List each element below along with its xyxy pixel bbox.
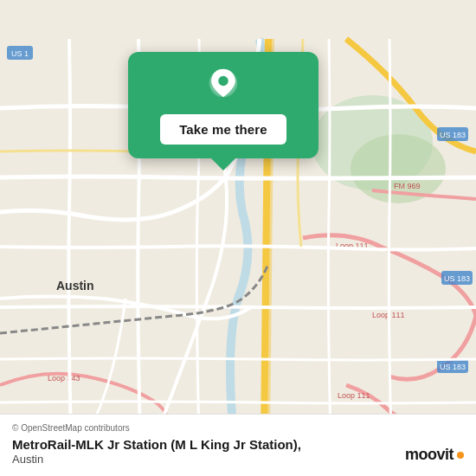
svg-text:US 1: US 1 <box>11 49 29 58</box>
moovit-logo: moovit <box>405 446 464 464</box>
map-container: Loop 111 Loop 111 Loop 111 FM 969 US 183… <box>0 0 476 476</box>
svg-text:Austin: Austin <box>56 279 94 293</box>
svg-text:US 183: US 183 <box>440 131 466 139</box>
moovit-logo-dot <box>457 452 464 459</box>
location-pin-icon <box>204 68 242 106</box>
svg-text:US 183: US 183 <box>444 274 470 283</box>
osm-attribution: © OpenStreetMap contributors <box>12 423 464 433</box>
station-name: MetroRail-MLK Jr Station (M L King Jr St… <box>12 436 464 453</box>
svg-text:Loop 343: Loop 343 <box>48 374 80 383</box>
svg-text:Loop 111: Loop 111 <box>338 391 370 400</box>
take-me-there-button[interactable]: Take me there <box>160 114 286 145</box>
station-city: Austin <box>12 453 464 466</box>
bottom-bar: © OpenStreetMap contributors MetroRail-M… <box>0 414 476 477</box>
popup-card: Take me there <box>128 52 318 158</box>
moovit-logo-text: moovit <box>405 446 453 464</box>
svg-text:FM 969: FM 969 <box>394 182 421 190</box>
svg-text:US 183: US 183 <box>440 363 466 371</box>
svg-point-19 <box>218 76 228 86</box>
